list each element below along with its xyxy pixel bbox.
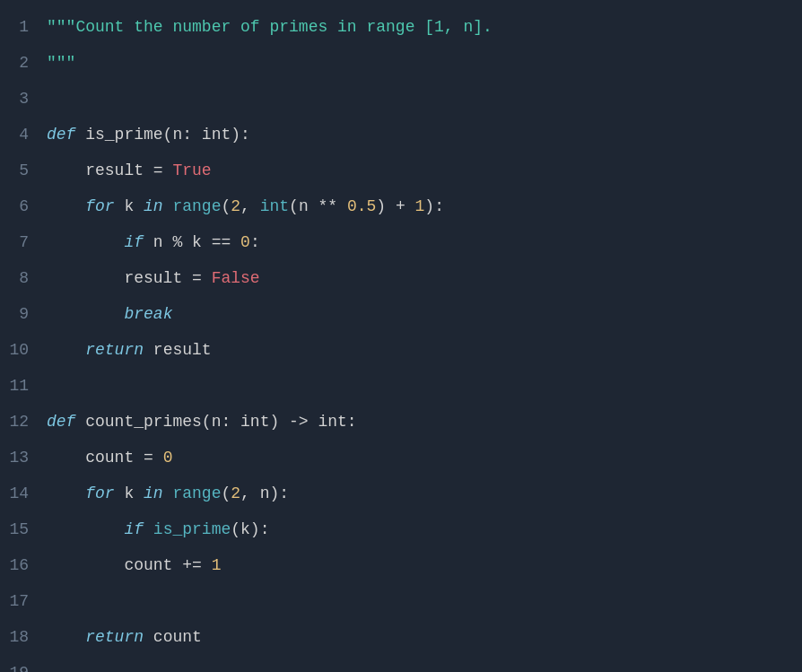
- line-number: 14: [0, 477, 47, 510]
- code-line: 17: [0, 583, 802, 619]
- code-line: 1"""Count the number of primes in range …: [0, 9, 802, 45]
- line-number: 8: [0, 262, 47, 294]
- line-content: result = False: [47, 262, 260, 294]
- code-line: 2""": [0, 45, 802, 81]
- line-number: 1: [0, 11, 47, 43]
- line-number: 9: [0, 298, 47, 330]
- code-line: 15 if is_prime(k):: [0, 511, 802, 547]
- line-number: 17: [0, 585, 47, 617]
- code-line: 4def is_prime(n: int):: [0, 117, 802, 153]
- line-content: [47, 585, 57, 617]
- line-number: 19: [0, 657, 47, 672]
- line-number: 6: [0, 190, 47, 223]
- line-number: 7: [0, 226, 47, 258]
- line-content: if is_prime(k):: [47, 513, 269, 545]
- code-line: 5 result = True: [0, 153, 802, 188]
- line-content: [47, 83, 57, 115]
- code-line: 3: [0, 81, 802, 117]
- line-content: """: [47, 47, 75, 79]
- line-number: 16: [0, 549, 47, 581]
- code-line: 16 count += 1: [0, 547, 802, 583]
- line-number: 18: [0, 621, 47, 653]
- code-line: 8 result = False: [0, 260, 802, 296]
- code-line: 7 if n % k == 0:: [0, 224, 802, 260]
- code-line: 14 for k in range(2, n):: [0, 476, 802, 511]
- line-number: 2: [0, 47, 47, 79]
- code-line: 19: [0, 655, 802, 672]
- line-content: if n % k == 0:: [47, 226, 260, 258]
- line-content: return result: [47, 334, 212, 366]
- line-content: count += 1: [47, 549, 221, 581]
- line-content: [47, 370, 57, 402]
- line-content: result = True: [47, 154, 212, 187]
- line-number: 15: [0, 513, 47, 545]
- line-number: 3: [0, 83, 47, 115]
- code-line: 18 return count: [0, 619, 802, 655]
- code-editor: 1"""Count the number of primes in range …: [0, 0, 802, 672]
- line-number: 11: [0, 370, 47, 402]
- line-content: def count_primes(n: int) -> int:: [47, 406, 357, 438]
- line-number: 13: [0, 441, 47, 474]
- line-content: count = 0: [47, 441, 172, 474]
- code-line: 12def count_primes(n: int) -> int:: [0, 404, 802, 440]
- code-line: 11: [0, 368, 802, 404]
- line-number: 4: [0, 118, 47, 151]
- line-content: return count: [47, 621, 202, 653]
- line-content: def is_prime(n: int):: [47, 118, 250, 151]
- code-line: 6 for k in range(2, int(n ** 0.5) + 1):: [0, 188, 802, 224]
- code-line: 13 count = 0: [0, 440, 802, 476]
- line-content: for k in range(2, n):: [47, 477, 289, 510]
- line-content: [47, 657, 57, 672]
- line-content: """Count the number of primes in range […: [47, 11, 493, 43]
- line-number: 12: [0, 406, 47, 438]
- line-content: for k in range(2, int(n ** 0.5) + 1):: [47, 190, 444, 223]
- code-line: 10 return result: [0, 332, 802, 368]
- line-number: 10: [0, 334, 47, 366]
- line-content: break: [47, 298, 172, 330]
- line-number: 5: [0, 154, 47, 187]
- code-line: 9 break: [0, 296, 802, 332]
